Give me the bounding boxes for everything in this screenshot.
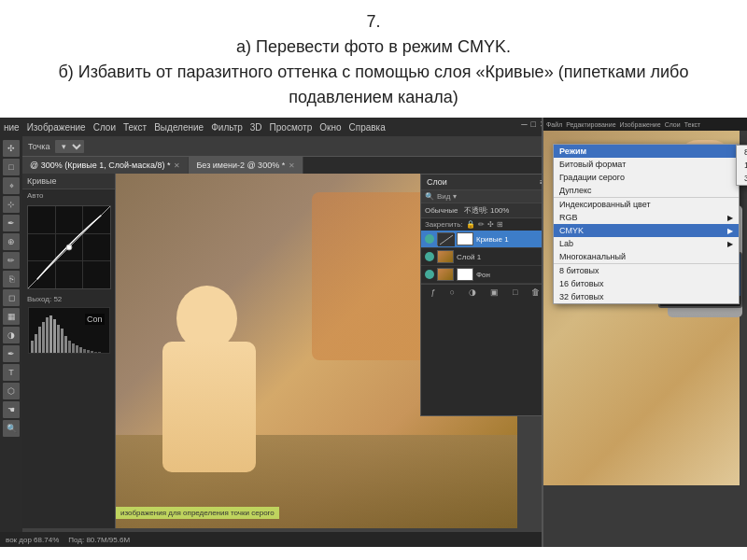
menu-header: Режим (554, 145, 739, 158)
ps2-menu-edit[interactable]: Редактирование (566, 121, 615, 128)
menu-item-8bit[interactable]: 8 битовых (554, 263, 739, 277)
add-mask-icon[interactable]: ○ (450, 287, 455, 297)
tool-clone[interactable]: ⎘ (3, 271, 20, 287)
layers-view-label[interactable]: Вид (437, 192, 450, 201)
menu-layers[interactable]: Слои (93, 122, 116, 133)
menu-3d[interactable]: 3D (250, 122, 262, 133)
lock-icon[interactable]: 🔒 (466, 220, 475, 229)
task-b: б) Избавить от паразитного оттенка с пом… (56, 60, 691, 110)
menu-image[interactable]: Изображение (27, 122, 86, 133)
ps2-menubar[interactable]: Файл Редактирование Изображение Слои Тек… (543, 118, 747, 131)
menu-item-cmyk[interactable]: CMYK ▶ 8 бит/канал 16 бит/канал 32 бита/… (554, 224, 739, 237)
tab-1[interactable]: @ 300% (Кривые 1, Слой-маска/8) * ✕ (22, 157, 189, 174)
ps-menubar[interactable]: ние Изображение Слои Текст Выделение Фил… (0, 118, 551, 136)
layers-filter-row[interactable]: Обычные 不透明: 100% (421, 203, 550, 218)
submenu-16bit[interactable]: 16 бит/канал (737, 159, 747, 172)
svg-rect-19 (94, 352, 97, 354)
menu-item-rgb[interactable]: RGB ▶ (554, 211, 739, 224)
layers-lock-row: Закрепить: 🔒 ✏ ✣ ⊞ (421, 218, 550, 231)
menu-window[interactable]: Окно (319, 122, 341, 133)
ps2-menu-layers[interactable]: Слои (665, 121, 681, 128)
slide-header: 7. а) Перевести фото в режим CMYK. б) Из… (0, 0, 747, 118)
menu-nie[interactable]: ние (4, 122, 20, 133)
tab-2-label: Без имени-2 @ 300% * (196, 161, 285, 170)
ps2-menu-file[interactable]: Файл (546, 121, 562, 128)
tab-1-close[interactable]: ✕ (174, 161, 180, 170)
brush-icon[interactable]: ✏ (478, 220, 485, 229)
tool-preset-select[interactable]: ▾ (55, 140, 84, 153)
menu-view[interactable]: Просмотр (270, 122, 313, 133)
tool-crop[interactable]: ⊹ (3, 196, 20, 213)
tool-text[interactable]: T (3, 364, 20, 381)
menu-item-multichannel[interactable]: Многоканальный (554, 250, 739, 263)
submenu-32bit[interactable]: 32 бита/канал (737, 172, 747, 185)
menu-item-duotone[interactable]: Дуплекс (554, 184, 739, 197)
layers-panel: Слои ≡ 🔍 Вид ▾ Обычные 不透明: 100% Закрепи… (420, 174, 551, 416)
tool-eraser[interactable]: ◻ (3, 289, 20, 306)
tool-path[interactable]: ⬡ (3, 383, 20, 399)
tool-lasso[interactable]: ⌖ (3, 177, 20, 194)
menu-item-lab[interactable]: Lab ▶ (554, 237, 739, 250)
menu-item-grayscale[interactable]: Градации серого (554, 171, 739, 184)
svg-rect-11 (64, 336, 67, 354)
menu-select[interactable]: Выделение (154, 122, 204, 133)
layer-eye-1[interactable] (425, 252, 434, 261)
layers-search-row: 🔍 Вид ▾ (421, 190, 550, 203)
svg-rect-7 (49, 315, 52, 354)
child-body (162, 342, 256, 472)
tool-gradient[interactable]: ▦ (3, 308, 20, 325)
layer-eye-bg[interactable] (425, 270, 434, 279)
ps2-menu-image[interactable]: Изображение (620, 121, 661, 128)
svg-rect-13 (72, 343, 75, 354)
menu-item-32bit[interactable]: 32 битовых (554, 290, 739, 303)
tool-move[interactable]: ✣ (3, 140, 20, 157)
new-layer-icon[interactable]: □ (513, 287, 517, 297)
menu-item-16bit[interactable]: 16 битовых (554, 277, 739, 290)
svg-rect-21 (102, 353, 105, 354)
add-style-icon[interactable]: ƒ (431, 287, 436, 297)
layer-curves-1[interactable]: Кривые 1 (421, 231, 550, 248)
chevron-down-icon[interactable]: ▾ (453, 192, 457, 201)
menu-help[interactable]: Справка (349, 122, 386, 133)
tool-brush[interactable]: ✏ (3, 252, 20, 269)
ps-main-window: ние Изображение Слои Текст Выделение Фил… (0, 118, 551, 547)
menu-item-bitmap[interactable]: Битовый формат (554, 158, 739, 171)
layer-bg[interactable]: Фон (421, 266, 550, 284)
menu-filter[interactable]: Фильтр (211, 122, 243, 133)
tab-2[interactable]: Без имени-2 @ 300% * ✕ (189, 157, 303, 174)
tool-hand[interactable]: ☚ (3, 401, 20, 418)
layers-list: Кривые 1 Слой 1 Фон (421, 231, 550, 284)
submenu-cmyk[interactable]: 8 бит/канал 16 бит/канал 32 бита/канал (736, 145, 747, 186)
tool-dodge[interactable]: ◑ (3, 327, 20, 343)
tool-eyedropper[interactable]: ✒ (3, 215, 20, 231)
new-group-icon[interactable]: ▣ (490, 287, 499, 297)
tool-select[interactable]: □ (3, 159, 20, 175)
tab-2-close[interactable]: ✕ (289, 161, 295, 170)
zoom-level: вок дор 68.74% (6, 536, 59, 544)
menu-text[interactable]: Текст (123, 122, 147, 133)
svg-rect-20 (98, 352, 101, 354)
tool-zoom[interactable]: 🔍 (3, 420, 20, 437)
move-icon[interactable]: ✣ (487, 220, 494, 229)
delete-layer-icon[interactable]: 🗑 (531, 287, 540, 297)
add-adj-icon[interactable]: ◑ (469, 287, 476, 297)
tool-heal[interactable]: ⊕ (3, 233, 20, 250)
ps2-menu-text[interactable]: Текст (684, 121, 701, 128)
submenu-8bit[interactable]: 8 бит/канал (737, 146, 747, 159)
layer-eye-curves[interactable] (425, 234, 434, 244)
search-icon: 🔍 (425, 192, 434, 201)
menu-item-indexed[interactable]: Индексированный цвет (554, 197, 739, 211)
curves-display[interactable] (27, 205, 111, 289)
art-icon[interactable]: ⊞ (497, 220, 503, 229)
tool-pen[interactable]: ✒ (3, 345, 20, 362)
ps-options-bar: Точка ▾ (22, 136, 551, 157)
layer-1[interactable]: Слой 1 (421, 248, 550, 266)
dropdown-menu[interactable]: Режим Битовый формат Градации серого Дуп… (553, 144, 740, 304)
svg-rect-18 (91, 351, 93, 354)
layer-name-1: Слой 1 (457, 253, 481, 261)
svg-point-1 (66, 245, 72, 250)
svg-rect-15 (79, 347, 82, 354)
layer-name-curves: Кривые 1 (476, 235, 509, 244)
canvas-tooltip: изображения для определения точки серого (116, 507, 279, 519)
con-label: Con (85, 314, 105, 325)
